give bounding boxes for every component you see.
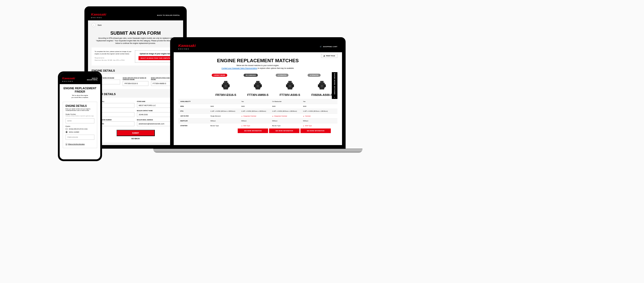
back-to-portal-link[interactable]: BACK TO DEALER PORTAL <box>157 15 180 16</box>
spec-value: Yes <box>301 99 332 104</box>
svg-rect-19 <box>318 84 320 87</box>
upload-instructions: To complete this form, please upload an … <box>95 50 132 55</box>
spec-row: AIR FILTERSingle ElementIntegrated Canis… <box>178 113 337 118</box>
engine-tag: ALTERNATIVE <box>276 74 288 77</box>
svg-point-4 <box>225 85 227 87</box>
spec-value: Shift Type <box>301 123 332 128</box>
laptop-base <box>153 149 362 153</box>
spec-value: Bendix Type <box>208 123 239 128</box>
logo: KawasakiENGINES <box>91 12 106 18</box>
spec-value: 1.1/8" x 4.0/32 (28.5mm x 108.8mm) <box>208 109 239 113</box>
engine-tag: CURRENT ENGINE <box>212 74 227 77</box>
spec-label: PTO <box>178 109 208 113</box>
spec-value: Without <box>239 119 270 123</box>
spec-label: MUFFLER <box>178 119 208 123</box>
dealer-number-label: Dealer Number <box>66 113 94 115</box>
back-to-portal-link[interactable]: BACK TODEALER PORTAL <box>87 78 98 81</box>
print-page-button[interactable]: 🖨PRINT PAGE <box>321 54 337 58</box>
radio-serial-number[interactable]: SERIAL NUMBER <box>66 131 94 133</box>
page-title: ENGINE REPLACEMENTFINDER <box>63 87 97 93</box>
card-title: ENGINE DETAILS <box>66 105 94 107</box>
engine-details-heading: ENGINE DETAILS <box>92 69 180 72</box>
svg-rect-20 <box>324 84 326 87</box>
svg-rect-2 <box>228 84 230 87</box>
svg-rect-5 <box>224 88 228 89</box>
engine-tag: ALTERNATIVE <box>308 74 320 77</box>
select-image-button[interactable]: SELECT AN IMAGE FROM YOUR COMPUTER <box>138 56 173 60</box>
logo: KawasakiENGINES <box>62 76 75 82</box>
spec-value: Bendix Type <box>270 123 301 128</box>
svg-rect-9 <box>256 81 259 83</box>
svg-rect-11 <box>256 88 260 89</box>
serial-number-input[interactable] <box>66 135 94 140</box>
engine-model: FR730V-ES16-S <box>210 92 242 99</box>
back-button[interactable]: ← Back <box>92 20 180 30</box>
spec-value: 1.1/8" x 4.0/32 (28.5mm x 108.8mm) <box>239 109 270 113</box>
spec-row: AVAILABILITYYesOn BackorderYes <box>178 99 337 104</box>
svg-rect-17 <box>288 88 292 89</box>
spec-label: RPM <box>178 104 208 109</box>
upload-card: To complete this form, please upload an … <box>92 47 180 66</box>
svg-point-10 <box>257 85 259 87</box>
dealer-details-heading: DEALER DETAILS <box>92 93 180 96</box>
dealer-number-input[interactable] <box>66 118 94 123</box>
phone-notch <box>73 71 87 73</box>
page-title: SUBMIT AN EPA FORM <box>92 31 180 36</box>
spec-row: MUFFLERWithoutWithoutWithoutWithout <box>178 118 337 123</box>
engine-column: ALTERNATIVEFT730V-AS00-S <box>274 72 306 99</box>
comparison-grid: CURRENT ENGINEFR730V-ES16-SRECOMMENDEDFT… <box>178 72 337 99</box>
svg-rect-21 <box>320 81 324 83</box>
where-to-find-link[interactable]: Where to find this information <box>66 143 94 145</box>
requirements-label: Requirements: <box>95 57 132 59</box>
engine-column: CURRENT ENGINEFR730V-ES16-S <box>210 72 242 99</box>
spec-value <box>208 99 239 104</box>
engine-details-card: ENGINE DETAILS Enter your dealer number … <box>63 102 97 148</box>
more-info-row: SEE MORE INFORMATION SEE MORE INFORMATIO… <box>178 128 337 133</box>
arrow-left-icon: ← <box>92 23 96 27</box>
see-more-button[interactable]: SEE MORE INFORMATION <box>300 128 331 133</box>
page-subtitle: Below are the closest matches to your cu… <box>178 65 337 66</box>
engine-image <box>242 78 273 92</box>
spec-table: AVAILABILITYYesOn BackorderYesRPM3600360… <box>178 99 337 128</box>
svg-rect-3 <box>224 81 228 83</box>
spec-value: 1.1/8" x 4.0/32 (28.5mm x 108.8mm) <box>270 109 301 113</box>
show-more-options-button[interactable]: SHOW MORE OPTIONS <box>332 72 337 99</box>
engine-model: FT730V-AS00-S <box>274 92 306 99</box>
submit-button[interactable]: SUBMIT <box>117 130 155 136</box>
logo: KawasakiENGINES <box>178 43 196 50</box>
phone-screen: KawasakiENGINES BACK TODEALER PORTAL ENG… <box>60 73 100 159</box>
radio-icon <box>66 128 68 130</box>
radio-icon <box>66 131 68 133</box>
spec-value: Single Element <box>208 114 239 118</box>
engine-model: FT730V-AW00-S <box>242 92 273 99</box>
engine-label: Engine <box>66 125 94 127</box>
contact-link[interactable]: Contact your Kawasaki Sales Representati… <box>221 67 257 69</box>
laptop-screen: KawasakiENGINES 🛒SHOPPING CART 🖨PRINT PA… <box>174 41 342 145</box>
spec-value: Without <box>208 119 239 123</box>
svg-point-16 <box>289 85 291 87</box>
tablet-screen: KawasakiENGINES BACK TO DEALER PORTAL ← … <box>88 10 183 145</box>
spec-value: Without <box>301 119 332 123</box>
radio-model-spec[interactable]: MODEL/SPECIFICATION CODE <box>66 128 94 130</box>
see-more-button[interactable]: SEE MORE INFORMATION <box>269 128 299 133</box>
see-more-button[interactable]: SEE MORE INFORMATION <box>238 128 268 133</box>
spec-row: PTO1.1/8" x 4.0/32 (28.5mm x 108.8mm)1.1… <box>178 109 337 113</box>
spec-value: 1.1/8" x 4.0/32 (28.5mm x 108.8mm) <box>301 109 332 113</box>
svg-rect-8 <box>260 84 262 87</box>
model-worn-label: MODEL/SPECIFICATION OF WORN OR DAMAGED E… <box>123 77 148 80</box>
spec-value: 3600 <box>270 104 301 109</box>
page-description: According to EPA exhaust gas rules, some… <box>92 37 180 44</box>
svg-point-22 <box>321 85 323 87</box>
spec-value: 3600 <box>208 104 239 109</box>
spec-value: Canister <box>301 114 332 118</box>
svg-rect-1 <box>222 84 224 87</box>
back-label: Back <box>98 24 102 26</box>
spec-value: 3600 <box>301 104 332 109</box>
upload-title: Upload an image of your engine here. <box>137 53 174 55</box>
go-back-link[interactable]: GO BACK <box>95 138 176 139</box>
model-worn-input[interactable] <box>123 81 148 86</box>
svg-rect-15 <box>288 81 292 83</box>
page-subtitle: Tell us about the engineyou would like t… <box>63 95 97 99</box>
shopping-cart-link[interactable]: 🛒SHOPPING CART <box>320 46 337 47</box>
engine-column: RECOMMENDEDFT730V-AW00-S <box>242 72 273 99</box>
